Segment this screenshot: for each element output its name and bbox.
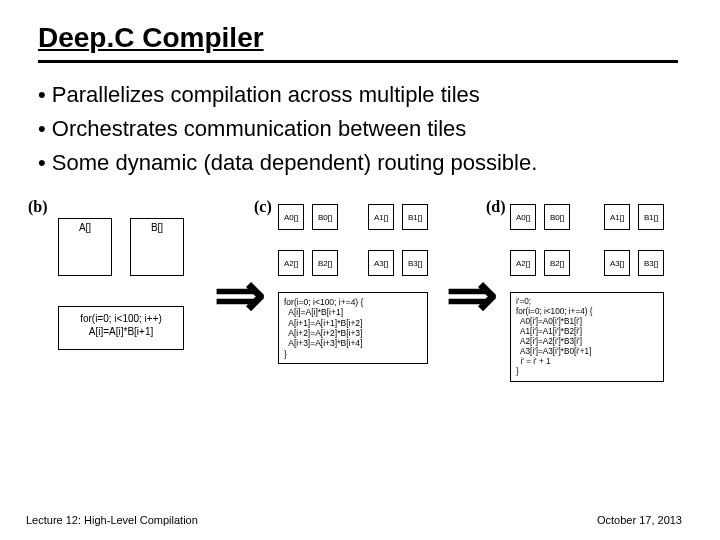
panel-c-label: (c) — [254, 198, 272, 216]
tile-A3: A3[] — [604, 250, 630, 276]
page-title: Deep.C Compiler — [38, 22, 264, 54]
bullet-item: Orchestrates communication between tiles — [38, 112, 678, 146]
code-line: A1[i']=A1[i']*B2[i'] — [516, 327, 658, 337]
code-line: A3[i']=A3[i']*B0[i'+1] — [516, 347, 658, 357]
panel-d-label: (d) — [486, 198, 506, 216]
tile-B0: B0[] — [544, 204, 570, 230]
panel-b-label: (b) — [28, 198, 48, 216]
code-line: for(i=0; i<100; i+=4) { — [516, 307, 658, 317]
arrow-icon: ⇒ — [214, 258, 266, 331]
code-line: A[i+3]=A[i+3]*B[i+4] — [284, 338, 422, 348]
tile-A3: A3[] — [368, 250, 394, 276]
code-line: } — [284, 349, 422, 359]
bullet-item: Parallelizes compilation across multiple… — [38, 78, 678, 112]
tile-A0: A0[] — [510, 204, 536, 230]
footer-lecture: Lecture 12: High-Level Compilation — [26, 514, 198, 526]
panel-b-array-A: A[] — [58, 218, 112, 276]
code-line: A[i+2]=A[i+2]*B[i+3] — [284, 328, 422, 338]
tile-B0: B0[] — [312, 204, 338, 230]
code-line: A2[i']=A2[i']*B3[i'] — [516, 337, 658, 347]
panel-c-loop: for(i=0; i<100; i+=4) { A[i]=A[i]*B[i+1]… — [278, 292, 428, 364]
tile-B2: B2[] — [312, 250, 338, 276]
tile-A1: A1[] — [604, 204, 630, 230]
code-line: A[i]=A[i]*B[i+1] — [284, 307, 422, 317]
bullet-list: Parallelizes compilation across multiple… — [38, 78, 678, 180]
code-line: } — [516, 367, 658, 377]
tile-B3: B3[] — [638, 250, 664, 276]
tile-B1: B1[] — [638, 204, 664, 230]
panel-d-loop: i'=0; for(i=0; i<100; i+=4) { A0[i']=A0[… — [510, 292, 664, 382]
code-line: for(i=0; i<100; i++) — [59, 313, 183, 326]
code-line: A[i]=A[i]*B[i+1] — [59, 326, 183, 339]
arrow-icon: ⇒ — [446, 258, 498, 331]
bullet-item: Some dynamic (data dependent) routing po… — [38, 146, 678, 180]
tile-A2: A2[] — [510, 250, 536, 276]
panel-b-array-B: B[] — [130, 218, 184, 276]
tile-A0: A0[] — [278, 204, 304, 230]
title-rule — [38, 60, 678, 63]
tile-B3: B3[] — [402, 250, 428, 276]
code-line: i'=0; — [516, 297, 658, 307]
tile-A1: A1[] — [368, 204, 394, 230]
code-line: for(i=0; i<100; i+=4) { — [284, 297, 422, 307]
tile-B2: B2[] — [544, 250, 570, 276]
code-line: i' = i' + 1 — [516, 357, 658, 367]
code-line: A[i+1]=A[i+1]*B[i+2] — [284, 318, 422, 328]
panels: (b) A[] B[] for(i=0; i<100; i++) A[i]=A[… — [28, 198, 706, 448]
panel-b-loop: for(i=0; i<100; i++) A[i]=A[i]*B[i+1] — [58, 306, 184, 350]
tile-B1: B1[] — [402, 204, 428, 230]
footer-date: October 17, 2013 — [597, 514, 682, 526]
tile-A2: A2[] — [278, 250, 304, 276]
code-line: A0[i']=A0[i']*B1[i'] — [516, 317, 658, 327]
